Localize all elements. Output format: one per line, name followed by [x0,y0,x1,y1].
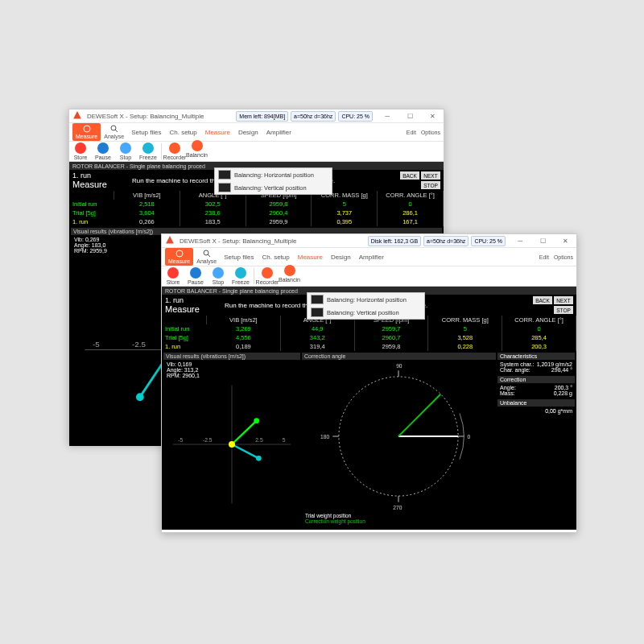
tab-measure2[interactable]: Measure [201,129,234,136]
popup-vertical[interactable]: Balancing: Vertical position [215,181,332,194]
correction-compass: 0 90 180 270 [302,360,495,513]
svg-point-29 [256,456,262,461]
close-icon[interactable]: ✕ [557,237,573,245]
next-button[interactable]: NEXT [421,171,440,180]
titlebar: DEWESoft X - Setup: Balancing_Multiple M… [69,109,444,123]
svg-line-2 [115,130,118,132]
status-freq: a=50hz d=36hz [291,111,336,122]
next-button[interactable]: NEXT [554,296,573,304]
popup-vertical[interactable]: Balancing: Vertical position [308,306,424,319]
close-icon[interactable]: ✕ [424,113,440,120]
balancing-popup[interactable]: Balancing: Horizontal position Balancing… [214,167,332,195]
rpm-label: RPM: 2960,1 [167,373,297,378]
recorder-button[interactable]: Recorder [163,142,186,160]
edit-link[interactable]: Edit [539,254,549,260]
vib-label: Vib: 0,169 [167,361,297,367]
tab-design[interactable]: Design [327,254,355,261]
tab-measure[interactable]: Measure [72,123,101,141]
popup-horizontal[interactable]: Balancing: Horizontal position [308,293,424,306]
svg-line-18 [208,254,210,257]
results-table: VIB [m/s2] ANGLE [°] SPEED [rpm] CORR. M… [69,191,444,226]
status-cpu: CPU: 25 % [471,236,506,246]
app-logo-icon [72,111,82,121]
svg-text:270: 270 [393,505,402,510]
balancin-button[interactable]: Balancin ... [186,140,208,163]
minimize-icon[interactable]: ─ [512,237,528,245]
minimize-icon[interactable]: ─ [379,113,395,120]
characteristics-box: Characteristics System char.:1,2019 g/m/… [497,353,575,374]
svg-point-27 [229,441,235,448]
svg-text:2.5: 2.5 [255,437,263,443]
options-link[interactable]: Options [554,254,573,260]
mode-label: Measure [72,180,127,189]
stop-nav-button[interactable]: STOP [421,181,440,189]
measure-icon [83,125,91,133]
pause-button[interactable]: Pause [92,142,114,160]
run-number: 1. run [72,171,127,180]
tab-chsetup[interactable]: Ch. setup [258,254,294,261]
mode-label: Measure [165,304,220,314]
svg-text:90: 90 [396,363,402,369]
polar-chart: -5 -2.5 2.5 5 [163,380,300,509]
tab-amplifier[interactable]: Amplifier [355,254,388,261]
status-disk: Disk left: 162,3 GB [368,236,421,246]
svg-line-36 [398,394,440,436]
app-logo-icon [165,236,175,246]
analyse-icon [110,125,118,133]
pause-button[interactable]: Pause [184,267,207,285]
titlebar: DEWESoft X - Setup: Balancing_Multiple D… [162,234,576,248]
run-number: 1. run [165,296,220,304]
stop-button[interactable]: Stop [114,142,137,160]
tab-setupfiles[interactable]: Setup files [220,254,258,261]
svg-text:180: 180 [320,434,329,440]
status-freq: a=50hz d=36hz [423,236,469,246]
recorder-button[interactable]: Recorder [256,267,279,285]
tab-chsetup[interactable]: Ch. setup [166,129,201,136]
svg-text:-5: -5 [178,437,183,443]
stop-button[interactable]: Stop [207,267,229,285]
svg-line-26 [232,444,258,458]
freeze-button[interactable]: Freeze [137,142,159,160]
maximize-icon[interactable]: ☐ [535,237,551,245]
window-controls: ─ ☐ ✕ [379,113,440,120]
svg-point-16 [176,250,183,257]
correction-header: Correction angle [302,353,496,360]
window-title: DEWESoft X - Setup: Balancing_Multiple [180,237,296,245]
options-link[interactable]: Options [421,130,440,135]
balancin-button[interactable]: Balancin ... [279,265,301,288]
analyse-icon [203,250,211,258]
menubar: Measure Analyse Setup files Ch. setup Me… [69,123,444,142]
freeze-button[interactable]: Freeze [229,267,252,285]
svg-point-28 [254,418,259,423]
popup-horizontal[interactable]: Balancing: Horizontal position [215,168,332,181]
tab-analyse[interactable]: Analyse [193,250,220,264]
status-mem: Mem left: 894[MB] [236,111,288,122]
angle-label: Angle: 313,2 [167,367,297,373]
svg-text:-2.5: -2.5 [203,437,213,443]
tab-analyse[interactable]: Analyse [101,125,127,139]
back-button[interactable]: BACK [533,296,552,304]
svg-text:5: 5 [283,437,286,443]
store-button[interactable]: Store [162,267,184,285]
balancing-popup[interactable]: Balancing: Horizontal position Balancing… [307,292,425,320]
back-button[interactable]: BACK [400,171,419,180]
svg-text:0: 0 [468,434,471,440]
edit-link[interactable]: Edit [407,130,416,135]
svg-text:-5: -5 [93,340,100,349]
tab-design[interactable]: Design [234,129,262,136]
visual-header: Visual results (vibrations [m/s2]) [163,353,300,360]
tab-setupfiles[interactable]: Setup files [127,129,165,136]
store-button[interactable]: Store [69,142,92,160]
tab-measure2[interactable]: Measure [294,254,327,261]
stop-nav-button[interactable]: STOP [554,306,573,314]
ribbon: Store Pause Stop Freeze Recorder Balanci… [69,142,444,162]
results-table: VIB [m/s2] ANGLE [°] SPEED [rpm] CORR. M… [162,316,576,351]
svg-point-0 [84,126,90,132]
maximize-icon[interactable]: ☐ [402,113,418,120]
tab-amplifier[interactable]: Amplifier [262,129,295,136]
unbalance-box: Unbalance 0,00 g*mm [497,399,575,415]
status-cpu: CPU: 25 % [338,111,373,122]
measure-icon [175,250,184,258]
window-title: DEWESoft X - Setup: Balancing_Multiple [87,113,204,120]
tab-measure[interactable]: Measure [165,248,193,266]
